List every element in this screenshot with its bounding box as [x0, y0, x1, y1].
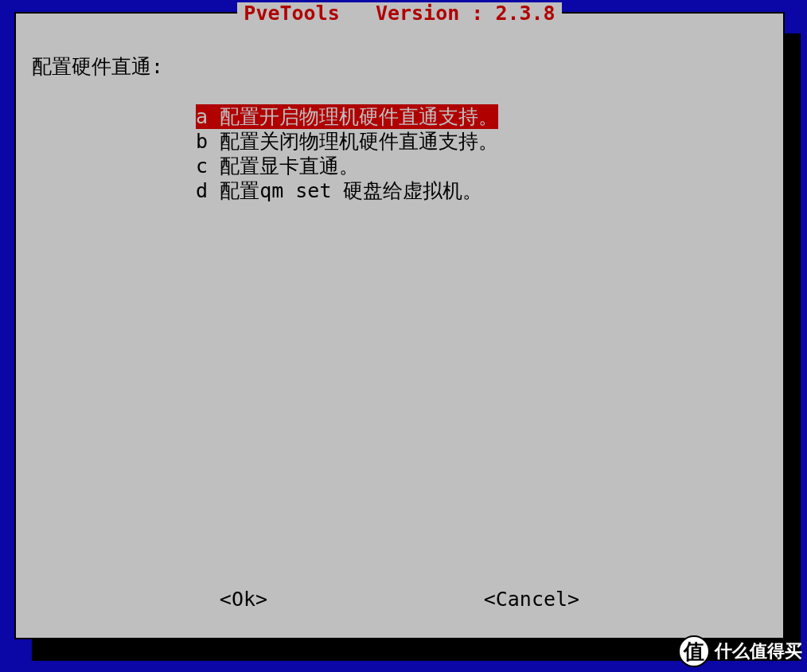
menu-item-d[interactable]: d 配置qm set 硬盘给虚拟机。 [196, 178, 482, 203]
menu-item-c[interactable]: c 配置显卡直通。 [196, 154, 359, 178]
dialog-title: PveTools Version : 2.3.8 [237, 2, 561, 25]
watermark-badge-icon: 值 [678, 635, 710, 667]
dialog-subtitle: 配置硬件直通: [32, 55, 163, 79]
menu-list: a 配置开启物理机硬件直通支持。 b 配置关闭物理机硬件直通支持。 c 配置显卡… [196, 104, 498, 203]
ok-button[interactable]: <Ok> [220, 588, 267, 611]
watermark-text: 什么值得买 [715, 639, 802, 663]
dialog-box: PveTools Version : 2.3.8 配置硬件直通: a 配置开启物… [14, 12, 785, 639]
menu-item-b[interactable]: b 配置关闭物理机硬件直通支持。 [196, 129, 498, 154]
watermark: 值 什么值得买 [678, 635, 802, 667]
menu-item-a[interactable]: a 配置开启物理机硬件直通支持。 [196, 104, 498, 129]
cancel-button[interactable]: <Cancel> [484, 588, 579, 611]
button-row: <Ok> <Cancel> [16, 588, 783, 611]
